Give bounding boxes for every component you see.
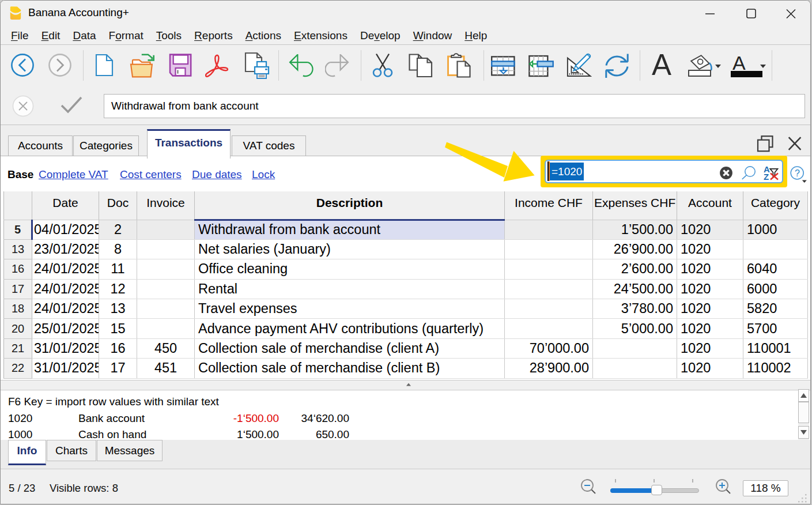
- svg-text:?: ?: [795, 168, 800, 178]
- svg-text:A: A: [732, 52, 746, 74]
- svg-text:Z: Z: [764, 172, 769, 180]
